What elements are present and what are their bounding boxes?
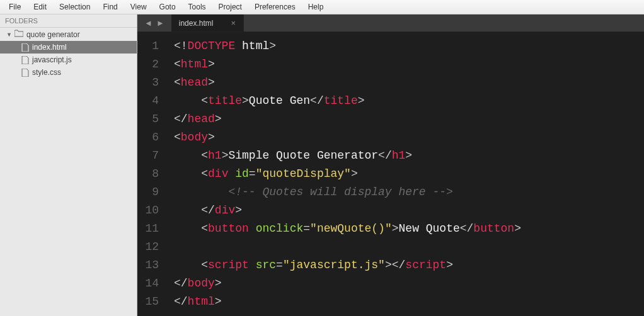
code-line[interactable]: </head> xyxy=(174,110,638,128)
main-area: FOLDERS ▼ quote generator index.htmljava… xyxy=(0,14,644,316)
file-row[interactable]: javascript.js xyxy=(0,54,137,66)
line-number: 12 xyxy=(144,238,159,256)
tabbar: ◄ ► index.html × xyxy=(137,14,644,32)
code-line[interactable]: <button onclick="newQuote()">New Quote</… xyxy=(174,220,638,238)
line-number: 5 xyxy=(144,110,159,128)
menu-find[interactable]: Find xyxy=(96,1,124,13)
menu-view[interactable]: View xyxy=(124,1,153,13)
code-line[interactable]: <script src="javascript.js"></script> xyxy=(174,256,638,274)
line-number: 3 xyxy=(144,74,159,92)
line-number: 1 xyxy=(144,37,159,55)
code-line[interactable]: <html> xyxy=(174,55,638,74)
tab-forward-icon[interactable]: ► xyxy=(154,18,166,28)
folder-name: quote generator xyxy=(26,30,80,39)
tab-title: index.html xyxy=(179,19,214,28)
line-number: 2 xyxy=(144,55,159,74)
code-line[interactable]: </div> xyxy=(174,201,638,220)
line-number: 13 xyxy=(144,256,159,274)
code-line[interactable]: <body> xyxy=(174,128,638,147)
file-name: style.css xyxy=(32,68,61,77)
close-icon[interactable]: × xyxy=(231,18,236,28)
file-row[interactable]: style.css xyxy=(0,66,137,79)
editor-area: ◄ ► index.html × 123456789101112131415 <… xyxy=(137,14,644,316)
code-line[interactable]: </html> xyxy=(174,293,638,311)
folder-row[interactable]: ▼ quote generator xyxy=(0,28,137,41)
file-name: index.html xyxy=(32,43,67,52)
code-content[interactable]: <!DOCTYPE html><html><head> <title>Quote… xyxy=(168,32,644,316)
code-line[interactable]: <!-- Quotes will display here --> xyxy=(174,183,638,201)
tab-back-icon[interactable]: ◄ xyxy=(142,18,154,28)
line-number: 15 xyxy=(144,293,159,311)
code-line[interactable]: <h1>Simple Quote Generator</h1> xyxy=(174,147,638,165)
code-line[interactable]: </body> xyxy=(174,274,638,293)
gutter: 123456789101112131415 xyxy=(137,32,168,316)
sidebar-header: FOLDERS xyxy=(0,14,137,28)
code-area[interactable]: 123456789101112131415 <!DOCTYPE html><ht… xyxy=(137,32,644,316)
tab-active[interactable]: index.html × xyxy=(171,14,244,31)
sidebar: FOLDERS ▼ quote generator index.htmljava… xyxy=(0,14,137,316)
file-name: javascript.js xyxy=(32,55,72,64)
file-icon xyxy=(21,43,29,52)
menu-preferences[interactable]: Preferences xyxy=(248,1,302,13)
line-number: 6 xyxy=(144,128,159,147)
menu-edit[interactable]: Edit xyxy=(27,1,53,13)
menu-selection[interactable]: Selection xyxy=(53,1,96,13)
line-number: 10 xyxy=(144,201,159,220)
code-line[interactable]: <div id="quoteDisplay"> xyxy=(174,165,638,183)
line-number: 8 xyxy=(144,165,159,183)
code-line[interactable]: <title>Quote Gen</title> xyxy=(174,92,638,110)
line-number: 7 xyxy=(144,147,159,165)
menubar: FileEditSelectionFindViewGotoToolsProjec… xyxy=(0,0,644,14)
menu-goto[interactable]: Goto xyxy=(153,1,182,13)
tab-nav: ◄ ► xyxy=(137,14,171,31)
file-icon xyxy=(21,56,29,64)
file-icon xyxy=(21,69,29,77)
line-number: 4 xyxy=(144,92,159,110)
menu-file[interactable]: File xyxy=(3,1,27,13)
folder-icon xyxy=(14,30,23,39)
menu-tools[interactable]: Tools xyxy=(182,1,212,13)
code-line[interactable]: <!DOCTYPE html> xyxy=(174,37,638,55)
line-number: 14 xyxy=(144,274,159,293)
file-row[interactable]: index.html xyxy=(0,41,137,54)
code-line[interactable] xyxy=(174,238,638,256)
line-number: 11 xyxy=(144,220,159,238)
code-line[interactable]: <head> xyxy=(174,74,638,92)
folder-collapse-arrow[interactable]: ▼ xyxy=(6,31,12,38)
menu-help[interactable]: Help xyxy=(302,1,330,13)
line-number: 9 xyxy=(144,183,159,201)
menu-project[interactable]: Project xyxy=(212,1,248,13)
